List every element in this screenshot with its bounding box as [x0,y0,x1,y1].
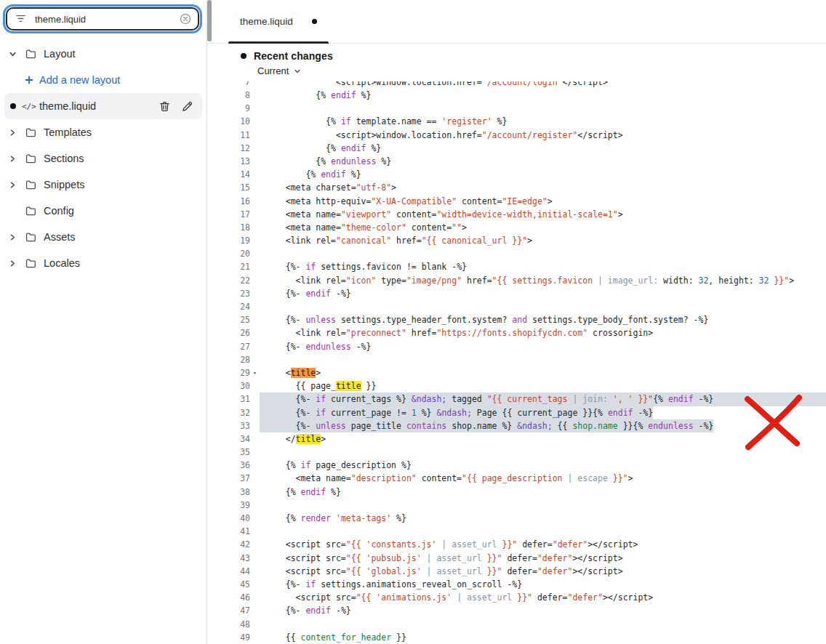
code-line[interactable]: 33 {%- unless page_title contains shop.n… [207,419,826,432]
line-number[interactable]: 41 [207,525,250,538]
line-number[interactable]: 7 [207,81,250,89]
line-number[interactable]: 21 [207,260,250,273]
code-line[interactable]: 47 {%- endif -%} [207,604,826,617]
line-number[interactable]: 39 [207,499,250,512]
code-line[interactable]: 39 [207,499,826,512]
chevron-down-icon[interactable] [9,50,25,58]
code-line[interactable]: 46 <script src="{{ 'animations.js' | ass… [207,591,826,604]
code-line[interactable]: 37 <meta name="description" content="{{ … [207,472,826,485]
code-line[interactable]: 31 {%- if current_tags %} &ndash; tagged… [207,393,826,406]
line-number[interactable]: 30 [207,379,250,393]
line-number[interactable]: 47 [207,604,250,617]
sidebar-scrollbar-thumb[interactable] [207,0,212,41]
code-line[interactable]: 11 <script>window.location.href="/accoun… [207,129,826,142]
line-number[interactable]: 45 [207,578,250,591]
fold-chevron-icon[interactable]: ▾ [250,366,260,379]
code-line[interactable]: 9 [207,102,826,115]
line-number[interactable]: 48 [207,618,250,631]
code-line[interactable]: 34 </title> [207,432,826,446]
line-number[interactable]: 26 [207,326,250,339]
search-input[interactable] [6,7,199,31]
code-line[interactable]: 40 {% render 'meta-tags' %} [207,512,826,525]
code-line[interactable]: 18 <meta name="theme-color" content=""> [207,221,826,234]
sidebar-item-templates[interactable]: Templates [0,119,206,145]
chevron-right-icon[interactable] [9,181,25,189]
code-line[interactable]: 43 <script src="{{ 'pubsub.js' | asset_u… [207,552,826,565]
code-line[interactable]: 42 <script src="{{ 'constants.js' | asse… [207,538,826,551]
code-editor[interactable]: 7 <script>window.location.href="/account… [207,81,826,644]
add-new-layout-button[interactable]: Add a new layout [0,67,206,93]
code-line[interactable]: 19 <link rel="canonical" href="{{ canoni… [207,234,826,247]
line-number[interactable]: 24 [207,300,250,313]
sidebar-item-layout[interactable]: Layout [0,41,206,67]
line-number[interactable]: 31 [207,393,250,406]
sidebar-item-snippets[interactable]: Snippets [0,172,206,198]
tab-theme-liquid[interactable]: theme.liquid [228,0,329,43]
line-number[interactable]: 49 [207,631,250,644]
code-line[interactable]: 41 [207,525,826,538]
line-number[interactable]: 12 [207,142,250,155]
line-number[interactable]: 43 [207,552,250,565]
line-number[interactable]: 33 [207,419,250,432]
code-line[interactable]: 20 [207,247,826,260]
code-line[interactable]: 36 {% if page_description %} [207,459,826,472]
code-line[interactable]: 27 {%- endunless -%} [207,340,826,353]
sidebar-item-sections[interactable]: Sections [0,145,206,172]
line-number[interactable]: 13 [207,155,250,168]
code-line[interactable]: 45 {%- if settings.animations_reveal_on_… [207,578,826,591]
code-line[interactable]: 10 {% if template.name == 'register' %} [207,115,826,128]
line-number[interactable]: 46 [207,591,250,604]
line-number[interactable]: 35 [207,446,250,459]
code-line[interactable]: 49 {{ content_for_header }} [207,631,826,644]
chevron-right-icon[interactable] [9,233,25,241]
code-line[interactable]: 12 {% endif %} [207,142,826,155]
code-line[interactable]: 24 [207,300,826,313]
line-number[interactable]: 28 [207,353,250,366]
code-line[interactable]: 30 {{ page_title }} [207,379,826,393]
code-line[interactable]: 23 {%- endif -%} [207,287,826,300]
sidebar-item-locales[interactable]: Locales [0,250,206,276]
line-number[interactable]: 27 [207,340,250,353]
line-number[interactable]: 40 [207,512,250,525]
line-number[interactable]: 11 [207,129,250,142]
code-line[interactable]: 14 {% endif %} [207,168,826,181]
code-line[interactable]: 29▾ <title> [207,366,826,379]
line-number[interactable]: 37 [207,472,250,485]
clear-search-icon[interactable] [179,12,192,28]
line-number[interactable]: 29 [207,366,250,379]
line-number[interactable]: 22 [207,274,250,287]
code-line[interactable]: 38 {% endif %} [207,486,826,499]
line-number[interactable]: 9 [207,102,250,115]
line-number[interactable]: 23 [207,287,250,300]
code-line[interactable]: 7 <script>window.location.href="/account… [207,81,826,89]
code-line[interactable]: 32 {%- if current_page != 1 %} &ndash; P… [207,406,826,419]
line-number[interactable]: 19 [207,234,250,247]
chevron-right-icon[interactable] [9,259,25,267]
code-line[interactable]: 44 <script src="{{ 'global.js' | asset_u… [207,565,826,578]
chevron-right-icon[interactable] [9,155,25,163]
code-line[interactable]: 35 [207,446,826,459]
line-number[interactable]: 16 [207,195,250,208]
line-number[interactable]: 17 [207,208,250,221]
code-line[interactable]: 48 [207,618,826,631]
code-line[interactable]: 17 <meta name="viewport" content="width=… [207,208,826,221]
line-number[interactable]: 44 [207,565,250,578]
line-number[interactable]: 34 [207,432,250,446]
line-number[interactable]: 42 [207,538,250,551]
line-number[interactable]: 14 [207,168,250,181]
sidebar-item-config[interactable]: Config [0,198,206,224]
code-line[interactable]: 21 {%- if settings.favicon != blank -%} [207,260,826,273]
line-number[interactable]: 32 [207,406,250,419]
chevron-right-icon[interactable] [9,129,25,137]
code-line[interactable]: 26 <link rel="preconnect" href="https://… [207,326,826,339]
line-number[interactable]: 15 [207,181,250,194]
code-line[interactable]: 8 {% endif %} [207,89,826,102]
code-line[interactable]: 13 {% endunless %} [207,155,826,168]
sidebar-item-theme-liquid[interactable]: </> theme.liquid [4,93,202,119]
code-line[interactable]: 25 {%- unless settings.type_header_font.… [207,313,826,326]
version-dropdown[interactable]: Current [257,65,301,76]
line-number[interactable]: 38 [207,486,250,499]
code-line[interactable]: 28 [207,353,826,366]
rename-file-icon[interactable] [180,99,195,114]
line-number[interactable]: 18 [207,221,250,234]
